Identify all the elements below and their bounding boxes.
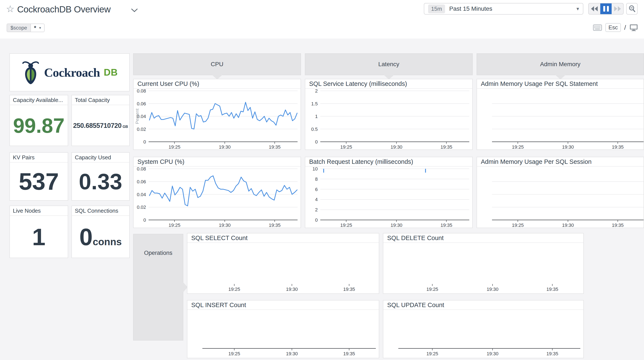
stat-label: Capacity Available... <box>10 95 68 105</box>
chart-plot-area[interactable]: 19:2519:3019:35 <box>187 243 379 293</box>
group-header-operations[interactable]: Operations <box>133 234 183 341</box>
svg-text:4: 4 <box>315 197 318 202</box>
scope-template-variable[interactable]: $scope * ▾ <box>7 23 44 32</box>
chart-plot-area[interactable]: 19:2519:3019:35 <box>383 243 583 293</box>
svg-text:19:25: 19:25 <box>512 223 524 228</box>
pause-button[interactable] <box>600 3 612 14</box>
svg-text:0: 0 <box>144 217 146 223</box>
svg-text:19:30: 19:30 <box>487 287 498 292</box>
svg-text:0: 0 <box>144 139 146 145</box>
scope-key-label: $scope <box>7 24 31 32</box>
stat-value: 0.33 <box>79 170 122 193</box>
keyboard-hints: Esc / <box>593 23 638 32</box>
group-header-admin-memory[interactable]: Admin Memory <box>476 53 644 75</box>
stat-label: Live Nodes <box>10 206 68 216</box>
svg-text:19:25: 19:25 <box>426 287 438 292</box>
svg-text:19:30: 19:30 <box>286 351 298 356</box>
svg-text:19:35: 19:35 <box>612 223 624 228</box>
svg-text:19:25: 19:25 <box>228 287 240 292</box>
group-header-cpu[interactable]: CPU <box>133 53 301 75</box>
svg-text:0.04: 0.04 <box>137 192 146 197</box>
svg-text:19:35: 19:35 <box>546 351 558 356</box>
chart-plot-area[interactable]: 0.080.060.040.02019:2519:3019:35 <box>134 167 300 228</box>
svg-text:19:25: 19:25 <box>168 223 180 228</box>
keyboard-icon[interactable] <box>593 24 602 31</box>
group-label: Admin Memory <box>540 61 580 68</box>
stat-value: 99.87 <box>13 115 64 136</box>
group-label: Latency <box>378 61 399 68</box>
stat-value: 537 <box>19 170 59 194</box>
chart-title: System CPU (%) <box>134 157 300 167</box>
svg-text:1: 1 <box>315 114 318 119</box>
chart-title: SQL DELETE Count <box>383 233 583 243</box>
chart-plot-area[interactable]: 19:2519:3019:35 <box>187 310 379 358</box>
chart-title: Admin Memory Usage Per SQL Session <box>477 157 644 167</box>
cockroachdb-logo-card: Cockroach DB <box>10 53 130 91</box>
chart-plot-area[interactable]: 108642019:2519:3019:35 <box>305 167 472 228</box>
group-label: Operations <box>134 250 183 256</box>
esc-key-hint: Esc <box>606 23 621 32</box>
chart-sql-update-count: SQL UPDATE Count 19:2519:3019:35 <box>383 300 584 358</box>
svg-text:19:30: 19:30 <box>390 144 402 149</box>
chart-sql-service-latency: SQL Service Latency (milliseconds) 21.51… <box>305 79 473 150</box>
chart-plot-area[interactable]: 19:2519:3019:35 <box>477 89 644 149</box>
svg-text:19:30: 19:30 <box>562 223 574 228</box>
brand-name: Cockroach <box>44 65 100 80</box>
svg-text:19:35: 19:35 <box>612 144 624 149</box>
page-title[interactable]: CockroachDB Overview <box>17 4 110 14</box>
svg-text:19:35: 19:35 <box>440 144 452 149</box>
svg-text:19:35: 19:35 <box>343 351 355 356</box>
time-range-caret-down-icon: ▾ <box>576 6 579 12</box>
stat-capacity-available: Capacity Available... 99.87 <box>10 95 68 146</box>
stat-total-capacity: Total Capacity 250.6855710720 GB <box>72 95 130 146</box>
chart-title: SQL Service Latency (milliseconds) <box>305 79 472 89</box>
group-header-latency[interactable]: Latency <box>305 53 473 75</box>
stat-label: Total Capacity <box>72 95 129 105</box>
title-chevron-down-icon[interactable] <box>131 8 138 13</box>
svg-text:0: 0 <box>315 217 318 223</box>
svg-text:2: 2 <box>315 89 318 94</box>
svg-text:19:30: 19:30 <box>562 144 574 149</box>
chart-plot-area[interactable]: 0.080.060.040.02019:2519:3019:35Percent <box>134 89 300 149</box>
svg-text:19:25: 19:25 <box>340 223 352 228</box>
chart-plot-area[interactable]: 19:2519:3019:35 <box>477 167 644 228</box>
stat-kv-pairs: KV Pairs 537 <box>10 152 68 201</box>
group-label: CPU <box>211 61 224 68</box>
favorite-star-icon[interactable]: ☆ <box>6 3 14 14</box>
time-range-selector[interactable]: 15m Past 15 Minutes ▾ <box>424 3 583 14</box>
fast-forward-button[interactable] <box>612 3 623 14</box>
svg-text:10: 10 <box>312 167 318 172</box>
svg-text:19:35: 19:35 <box>343 287 355 292</box>
chart-sql-select-count: SQL SELECT Count 19:2519:3019:35 <box>187 233 379 294</box>
chart-plot-area[interactable]: 19:2519:3019:35 <box>383 310 583 358</box>
svg-text:19:30: 19:30 <box>286 287 298 292</box>
svg-text:1.5: 1.5 <box>311 101 318 106</box>
chart-plot-area[interactable]: 21.510.5019:2519:3019:35 <box>305 89 472 149</box>
stat-label: SQL Connections <box>72 206 129 216</box>
chart-title: Admin Memory Usage Per SQL Statement <box>477 79 644 89</box>
stat-value: 0 <box>79 225 92 249</box>
rewind-button[interactable] <box>589 3 600 14</box>
time-range-badge: 15m <box>428 4 445 13</box>
chart-sql-insert-count: SQL INSERT Count 19:2519:3019:35 <box>187 300 379 358</box>
svg-text:19:25: 19:25 <box>228 351 240 356</box>
svg-text:19:35: 19:35 <box>546 287 558 292</box>
time-range-label: Past 15 Minutes <box>449 5 492 12</box>
stat-value: 250.6855710720 <box>73 122 122 129</box>
chart-admin-memory-per-sql-statement: Admin Memory Usage Per SQL Statement 19:… <box>476 79 644 150</box>
zoom-out-button[interactable] <box>626 3 638 14</box>
svg-text:0.06: 0.06 <box>137 101 146 106</box>
svg-text:19:25: 19:25 <box>512 144 524 149</box>
stat-live-nodes: Live Nodes 1 <box>10 206 68 258</box>
svg-text:19:30: 19:30 <box>219 223 231 228</box>
stat-value: 1 <box>32 225 46 249</box>
svg-text:0.5: 0.5 <box>311 127 318 132</box>
chart-title: Batch Request Latency (milliseconds) <box>305 157 472 167</box>
chart-system-cpu: System CPU (%) 0.080.060.040.02019:2519:… <box>133 157 301 228</box>
brand-suffix: DB <box>104 67 118 78</box>
cockroach-bug-icon <box>21 60 40 85</box>
stat-unit: conns <box>92 236 122 248</box>
svg-text:2: 2 <box>315 207 318 212</box>
tv-mode-icon[interactable] <box>630 24 638 31</box>
stat-sql-connections: SQL Connections 0 conns <box>72 206 130 258</box>
